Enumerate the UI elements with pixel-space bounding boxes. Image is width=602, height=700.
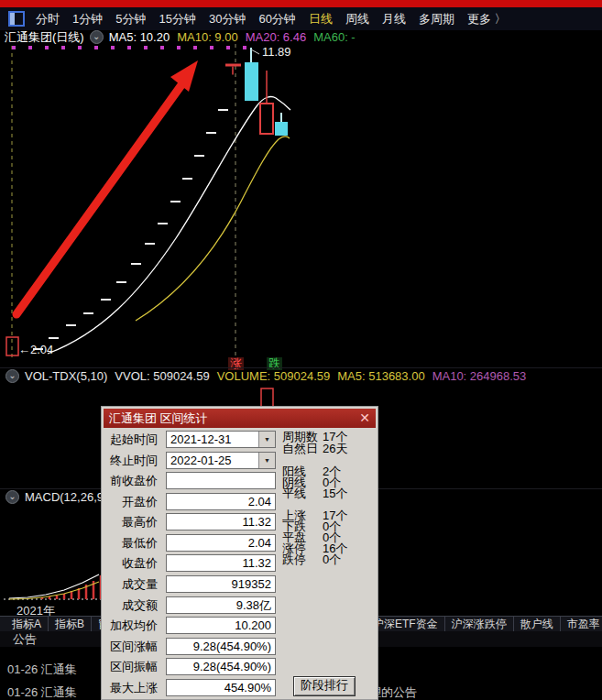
limit-up-dash-candles [33,110,228,349]
field-value-box[interactable]: 2.04 [166,493,276,510]
field-label: 收盘价 [105,554,158,572]
ma5-value: MA5: 10.20 [109,30,170,44]
field-label: 加权均价 [105,617,158,634]
stat-line: 平线15个 [282,487,347,499]
period-tab[interactable]: 分时 [36,11,60,27]
vol-ma5-value: MA5: 513683.00 [337,369,424,383]
app-window: 分时1分钟5分钟15分钟30分钟60分钟日线周线月线多周期更多 〉 汇通集团(日… [0,0,602,700]
candlestick-chart-canvas [0,44,602,366]
candle3-body [275,122,288,136]
field-label: 成交量 [105,575,158,593]
chart-header: 汇通集团(日线) ⌄ MA5: 10.20 MA10: 9.00 MA20: 6… [0,30,602,44]
ma20-value: MA20: 6.46 [246,30,307,44]
period-tab[interactable]: 5分钟 [115,11,146,27]
dialog-field-row: 最大上涨454.90% [104,679,376,696]
high-price-label: 11.89 [262,45,291,59]
field-label: 最高价 [105,513,158,530]
stat-label: 跌停 [282,553,323,565]
chevron-down-icon[interactable]: ⌄ [90,30,104,44]
field-value-box[interactable]: 9.28(454.90%) [166,658,276,675]
ma60-value: MA60: - [313,30,356,44]
field-label: 区间涨幅 [105,638,158,655]
trend-arrow-shaft [16,82,183,314]
candlestick-chart-pane[interactable]: 11.89 ←2.04 涨 跌 [0,44,602,366]
field-value-box[interactable]: 11.32 [166,554,276,572]
news-item-2[interactable]: 01-26 汇通集 [7,684,77,700]
dropdown-arrow-icon[interactable]: ▼ [258,432,275,447]
field-value-box[interactable]: 9.28(454.90%) [166,638,276,655]
dialog-body: 阶段排行 起始时间2021-12-31▼终止时间2022-01-25▼前收盘价开… [104,428,376,697]
field-value-box[interactable] [166,472,276,489]
field-label: 最大上涨 [105,679,158,696]
field-value-box[interactable]: 919352 [166,575,276,593]
chevron-down-icon[interactable]: ⌄ [5,490,19,504]
indicator-tabs-right: 沪深ETF资金沪深涨跌停散户线市盈率市净 [367,616,602,632]
field-value-box[interactable]: 454.90% [166,679,276,696]
stat-line: 跌停0个 [282,553,341,565]
field-value-box[interactable]: 11.32 [166,513,276,530]
trend-arrow-head [170,60,198,92]
stat-value: 26天 [323,442,347,455]
window-icon[interactable] [8,11,25,27]
vol-indicator-name: VOL-TDX(5,10) [25,369,107,383]
period-tab[interactable]: 月线 [382,11,406,27]
tab-announcements[interactable]: 公告 [13,631,37,647]
stat-line: 自然日26天 [282,443,347,454]
period-tabs: 分时1分钟5分钟15分钟30分钟60分钟日线周线月线多周期更多 〉 [36,11,520,27]
period-tab[interactable]: 30分钟 [209,11,246,27]
stat-label: 平线 [282,487,323,499]
ma10-line [136,137,290,321]
period-tab[interactable]: 1分钟 [72,11,103,27]
news-item-1[interactable]: 01-26 汇通集 [7,662,77,678]
ma10-value: MA10: 9.00 [177,30,238,44]
date-combo-box[interactable]: 2021-12-31▼ [166,431,276,448]
dialog-title-bar[interactable]: 汇通集团 区间统计 ✕ [104,409,376,428]
stat-value: 0个 [323,552,341,566]
dialog-field-row: 区间振幅9.28(454.90%) [104,658,376,675]
date-combo-box[interactable]: 2022-01-25▼ [166,452,276,469]
dialog-field-row: 区间涨幅9.28(454.90%) [104,638,376,655]
field-label: 开盘价 [105,493,158,510]
period-tab[interactable]: 60分钟 [258,11,295,27]
dialog-field-row: 成交量919352 [104,575,376,593]
vol-ma10-value: MA10: 264968.53 [432,369,527,383]
high-pointer-line [251,49,259,54]
dropdown-arrow-icon[interactable]: ▼ [258,453,275,468]
close-icon[interactable]: ✕ [359,409,370,428]
macd-indicator-name: MACD(12,26,9 [25,490,104,504]
stat-value: 15个 [323,487,347,500]
dialog-field-row: 成交额9.38亿 [104,596,376,614]
period-tab[interactable]: 周线 [345,11,369,27]
top-red-strip [0,0,602,7]
vvol-value: VVOL: 509024.59 [115,369,209,383]
candle2-body [260,104,273,134]
field-label: 成交额 [105,596,158,614]
interval-stats-dialog: 汇通集团 区间统计 ✕ 阶段排行 起始时间2021-12-31▼终止时间2022… [101,406,378,700]
period-tab[interactable]: 多周期 [419,11,454,27]
field-value-box[interactable]: 2.04 [166,534,276,552]
field-label: 终止时间 [105,452,158,469]
field-value-box[interactable]: 10.200 [166,617,276,634]
period-tab[interactable]: 更多 〉 [467,11,507,27]
stat-label: 自然日 [282,443,323,454]
period-tab[interactable]: 日线 [309,11,333,27]
candle1-body [245,62,258,101]
dialog-title: 汇通集团 区间统计 [109,411,208,425]
volume-indicator-header: ⌄ VOL-TDX(5,10) VVOL: 509024.59 VOLUME: … [0,367,602,383]
field-label: 最低价 [105,534,158,552]
period-tab-bar: 分时1分钟5分钟15分钟30分钟60分钟日线周线月线多周期更多 〉 [0,7,602,30]
stock-title: 汇通集团(日线) [5,29,84,46]
period-tab[interactable]: 15分钟 [159,11,195,27]
field-label: 区间振幅 [105,658,158,675]
low-price-label: ←2.04 [18,343,53,356]
field-label: 前收盘价 [105,472,158,489]
chevron-down-icon[interactable]: ⌄ [5,369,19,383]
volume-value: VOLUME: 509024.59 [217,369,331,383]
field-value-box[interactable]: 9.38亿 [166,596,276,614]
field-label: 起始时间 [105,431,158,448]
dialog-field-row: 加权均价10.200 [104,617,376,634]
